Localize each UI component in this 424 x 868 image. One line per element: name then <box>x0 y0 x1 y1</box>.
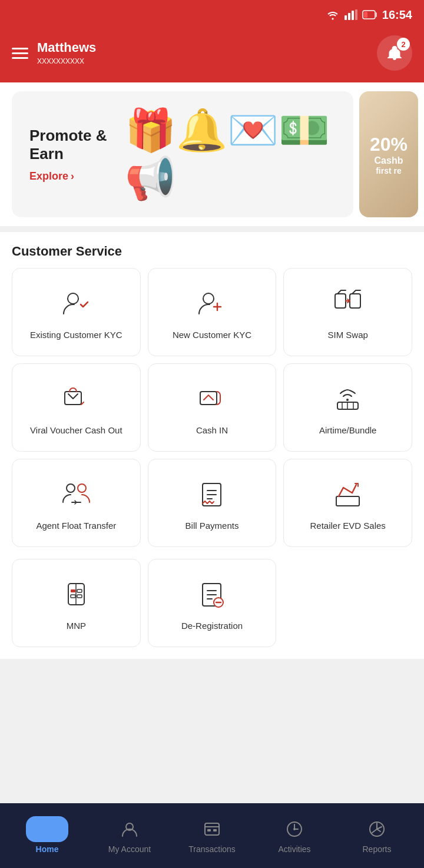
nav-my-account[interactable]: My Account <box>88 817 171 854</box>
svg-point-19 <box>346 399 349 401</box>
de-registration-card[interactable]: De-Registration <box>148 559 277 647</box>
sim-swap-icon <box>330 287 366 322</box>
customer-service-section: Customer Service Existing Customer KYC <box>0 232 424 659</box>
airtime-bundle-icon <box>330 382 366 418</box>
svg-point-46 <box>293 828 296 830</box>
mnp-card[interactable]: MNP <box>12 559 141 647</box>
new-kyc-icon <box>194 287 230 322</box>
airtime-bundle-label: Airtime/Bundle <box>319 425 377 436</box>
agent-float-label: Agent Float Transfer <box>36 520 116 532</box>
activities-nav-label: Activities <box>278 844 310 854</box>
nav-transactions[interactable]: Transactions <box>171 817 253 854</box>
agent-float-icon <box>58 478 94 513</box>
viral-voucher-card[interactable]: Viral Voucher Cash Out <box>12 363 141 452</box>
user-info: Matthews xxxxxxxxxx <box>37 40 96 66</box>
home-nav-label: Home <box>36 844 59 854</box>
banner-decoration: 🎁🔔💌💵📢 <box>125 106 336 203</box>
signal-icon <box>344 9 357 20</box>
svg-rect-32 <box>77 595 82 598</box>
svg-rect-6 <box>364 12 367 18</box>
cash-in-icon <box>194 382 230 418</box>
retailer-evd-label: Retailer EVD Sales <box>310 520 385 532</box>
user-account: xxxxxxxxxx <box>37 55 96 66</box>
banner-section: Promote & Earn Explore › 🎁🔔💌💵📢 20% Cashb… <box>0 82 424 226</box>
hamburger-menu[interactable] <box>12 48 28 59</box>
svg-rect-14 <box>200 392 217 405</box>
svg-rect-27 <box>336 496 359 506</box>
cashback-banner[interactable]: 20% Cashb first re <box>359 91 418 217</box>
svg-rect-0 <box>344 15 347 20</box>
cash-in-label: Cash IN <box>196 425 228 436</box>
airtime-bundle-card[interactable]: Airtime/Bundle <box>283 363 412 452</box>
viral-voucher-label: Viral Voucher Cash Out <box>30 425 122 436</box>
cash-in-card[interactable]: Cash IN <box>148 363 277 452</box>
de-registration-icon <box>194 578 230 613</box>
new-kyc-label: New Customer KYC <box>173 329 251 341</box>
svg-point-20 <box>67 484 75 492</box>
svg-point-8 <box>203 293 214 304</box>
svg-rect-2 <box>352 11 354 20</box>
existing-kyc-icon <box>58 287 94 322</box>
svg-rect-31 <box>71 595 75 598</box>
bottom-navigation: Home My Account Transactions <box>0 803 424 868</box>
activities-nav-icon <box>283 817 306 841</box>
mnp-icon <box>58 578 94 613</box>
notification-button[interactable]: 2 <box>377 35 412 71</box>
wifi-icon <box>326 9 340 20</box>
bill-payments-icon <box>194 478 230 513</box>
bill-payments-card[interactable]: Bill Payments <box>148 459 277 547</box>
banner-title: Promote & Earn <box>29 127 125 163</box>
promo-banner[interactable]: Promote & Earn Explore › 🎁🔔💌💵📢 <box>12 91 353 217</box>
notification-badge: 2 <box>397 38 410 51</box>
reports-nav-label: Reports <box>362 844 391 854</box>
transactions-nav-icon <box>200 817 224 841</box>
de-registration-label: De-Registration <box>181 620 243 632</box>
my-account-nav-icon <box>118 817 141 841</box>
bill-payments-label: Bill Payments <box>186 520 239 532</box>
svg-rect-43 <box>207 829 211 831</box>
svg-rect-41 <box>205 823 219 835</box>
home-nav-icon <box>35 817 59 841</box>
existing-kyc-card[interactable]: Existing Customer KYC <box>12 268 141 356</box>
status-bar: 16:54 <box>0 0 424 29</box>
svg-rect-44 <box>213 829 217 831</box>
sim-swap-card[interactable]: SIM Swap <box>283 268 412 356</box>
svg-point-7 <box>68 293 78 304</box>
section-title: Customer Service <box>12 244 412 259</box>
my-account-nav-label: My Account <box>108 844 151 854</box>
svg-rect-29 <box>71 589 75 592</box>
header: Matthews xxxxxxxxxx 2 <box>0 29 424 82</box>
explore-button[interactable]: Explore › <box>29 170 125 183</box>
transactions-nav-label: Transactions <box>188 844 236 854</box>
existing-kyc-label: Existing Customer KYC <box>30 329 122 341</box>
viral-voucher-icon <box>58 382 94 418</box>
time-display: 16:54 <box>382 8 412 22</box>
nav-reports[interactable]: Reports <box>336 817 418 854</box>
agent-float-card[interactable]: Agent Float Transfer <box>12 459 141 547</box>
svg-rect-30 <box>77 589 82 592</box>
svg-rect-12 <box>350 294 360 308</box>
svg-point-21 <box>78 484 86 492</box>
retailer-evd-icon <box>330 478 366 513</box>
svg-rect-3 <box>355 9 357 20</box>
battery-icon <box>362 10 377 19</box>
reports-nav-icon <box>365 817 389 841</box>
retailer-evd-card[interactable]: Retailer EVD Sales <box>283 459 412 547</box>
svg-rect-1 <box>348 13 350 20</box>
nav-activities[interactable]: Activities <box>253 817 336 854</box>
new-kyc-card[interactable]: New Customer KYC <box>148 268 277 356</box>
nav-home[interactable]: Home <box>6 817 88 854</box>
svg-rect-11 <box>335 294 346 308</box>
user-name: Matthews <box>37 40 96 55</box>
sim-swap-label: SIM Swap <box>327 329 367 341</box>
svg-rect-5 <box>376 12 377 17</box>
mnp-label: MNP <box>67 620 86 632</box>
